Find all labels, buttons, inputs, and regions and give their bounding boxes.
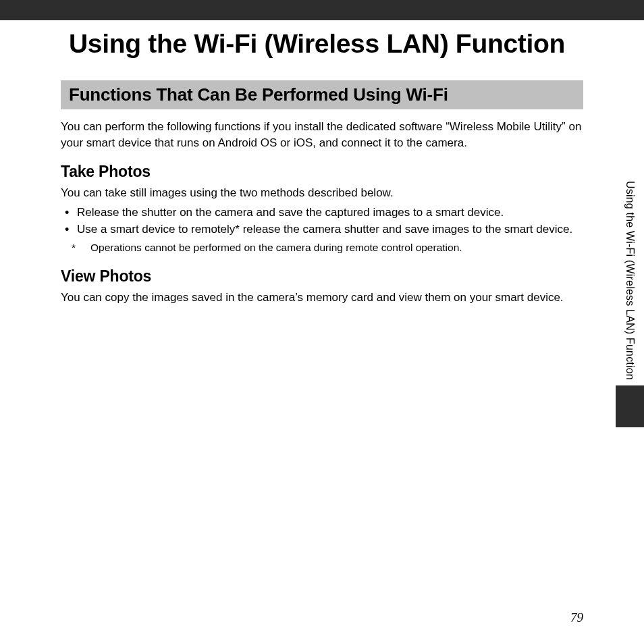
top-bar xyxy=(0,0,644,20)
page-content: Using the Wi-Fi (Wireless LAN) Function … xyxy=(0,20,644,306)
page-title: Using the Wi-Fi (Wireless LAN) Function xyxy=(61,27,583,61)
take-photos-text: You can take still images using the two … xyxy=(61,185,583,202)
side-tab: Using the Wi-Fi (Wireless LAN) Function xyxy=(616,176,644,427)
list-item: Release the shutter on the camera and sa… xyxy=(61,205,583,221)
take-photos-list: Release the shutter on the camera and sa… xyxy=(61,205,583,238)
footnote-mark: * xyxy=(81,240,90,255)
section-heading: Functions That Can Be Performed Using Wi… xyxy=(61,80,583,109)
take-photos-footnote: *Operations cannot be performed on the c… xyxy=(61,240,583,255)
view-photos-text: You can copy the images saved in the cam… xyxy=(61,290,583,306)
page-number: 79 xyxy=(570,610,583,625)
view-photos-heading: View Photos xyxy=(61,267,583,286)
take-photos-heading: Take Photos xyxy=(61,163,583,181)
side-tab-label: Using the Wi-Fi (Wireless LAN) Function xyxy=(624,176,636,385)
footnote-text: Operations cannot be performed on the ca… xyxy=(90,242,462,253)
side-tab-marker xyxy=(616,385,644,427)
list-item: Use a smart device to remotely* release … xyxy=(61,221,583,238)
section-intro: You can perform the following functions … xyxy=(61,119,583,152)
